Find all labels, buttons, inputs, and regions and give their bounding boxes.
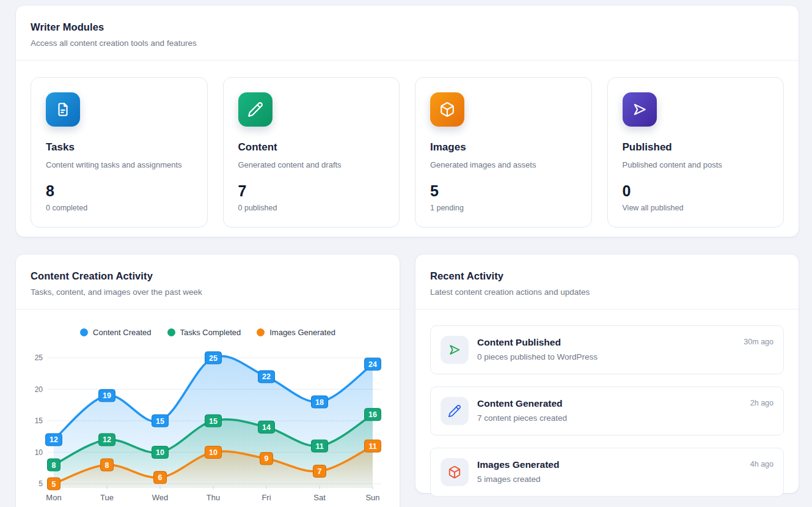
activity-item-content-generated[interactable]: Content Generated 7 content pieces creat…	[430, 387, 784, 435]
activity-description: 7 content pieces created	[477, 413, 750, 423]
module-card-content[interactable]: Content Generated content and drafts 7 0…	[223, 77, 400, 228]
card-count: 0	[623, 182, 769, 200]
writer-modules-header: Writer Modules Access all content creati…	[16, 6, 799, 60]
svg-text:18: 18	[315, 398, 324, 407]
svg-text:8: 8	[52, 461, 56, 470]
legend-dot-icon	[167, 328, 175, 336]
svg-text:7: 7	[318, 467, 322, 476]
svg-text:20: 20	[35, 385, 43, 394]
svg-text:Fri: Fri	[262, 493, 271, 502]
cube-icon	[430, 92, 464, 127]
svg-text:24: 24	[368, 360, 377, 369]
svg-text:15: 15	[209, 417, 218, 426]
activity-title: Content Published	[477, 337, 744, 348]
legend-label: Images Generated	[269, 328, 335, 337]
svg-text:8: 8	[105, 461, 109, 470]
card-sub-label: 0 completed	[46, 204, 192, 212]
legend-dot-icon	[257, 328, 265, 336]
svg-text:15: 15	[156, 417, 164, 426]
card-sub-label: 0 published	[238, 204, 385, 212]
svg-text:10: 10	[156, 448, 164, 457]
svg-text:11: 11	[315, 442, 323, 451]
card-description: Content writing tasks and assignments	[46, 160, 192, 169]
module-cards-row: Tasks Content writing tasks and assignme…	[16, 61, 799, 244]
activity-timestamp: 2h ago	[750, 399, 774, 407]
svg-text:Sat: Sat	[313, 493, 326, 502]
recent-activity-panel: Recent Activity Latest content creation …	[415, 254, 799, 494]
svg-text:19: 19	[103, 391, 111, 400]
pencil-icon	[441, 397, 469, 425]
activity-list: Content Published 0 pieces published to …	[415, 309, 799, 507]
legend-item[interactable]: Content Created	[80, 328, 151, 337]
card-title: Tasks	[46, 141, 192, 154]
svg-text:22: 22	[262, 372, 271, 381]
divider	[16, 309, 400, 309]
card-description: Generated images and assets	[430, 160, 577, 169]
legend-item[interactable]: Tasks Completed	[167, 328, 241, 337]
writer-modules-title: Writer Modules	[31, 21, 784, 33]
svg-text:12: 12	[103, 435, 111, 444]
activity-text: Content Published 0 pieces published to …	[477, 336, 744, 361]
dashboard-page: { "writer_modules": { "title": "Writer M…	[0, 0, 812, 507]
recent-activity-header: Recent Activity Latest content creation …	[415, 254, 799, 309]
module-card-published[interactable]: Published Published content and posts 0 …	[607, 77, 785, 228]
recent-activity-title: Recent Activity	[430, 270, 784, 282]
send-icon	[441, 336, 469, 364]
svg-text:Sun: Sun	[365, 493, 379, 502]
card-description: Published content and posts	[623, 160, 769, 169]
legend-label: Tasks Completed	[180, 328, 241, 337]
card-sub-label: 1 pending	[430, 204, 577, 212]
activity-line-chart[interactable]: 252015105MonTueWedThuFriSatSun1219152522…	[16, 350, 400, 507]
svg-text:15: 15	[35, 416, 43, 425]
svg-text:11: 11	[368, 442, 376, 451]
module-card-tasks[interactable]: Tasks Content writing tasks and assignme…	[31, 77, 208, 228]
svg-text:16: 16	[368, 410, 377, 419]
send-icon	[623, 92, 657, 127]
svg-text:6: 6	[158, 473, 163, 482]
legend-dot-icon	[80, 328, 88, 336]
svg-text:10: 10	[35, 448, 43, 457]
content-creation-activity-panel: Content Creation Activity Tasks, content…	[15, 254, 400, 507]
chart-panel-title: Content Creation Activity	[31, 270, 385, 282]
activity-description: 0 pieces published to WordPress	[477, 352, 744, 361]
card-count: 5	[430, 182, 577, 200]
module-card-images[interactable]: Images Generated images and assets 5 1 p…	[415, 77, 592, 228]
svg-text:9: 9	[265, 454, 269, 463]
legend-label: Content Created	[93, 328, 151, 337]
card-sub-label: View all published	[623, 204, 769, 212]
card-title: Images	[430, 141, 577, 154]
svg-text:Mon: Mon	[46, 493, 61, 502]
recent-activity-subtitle: Latest content creation actions and upda…	[430, 287, 784, 297]
svg-text:5: 5	[38, 479, 43, 488]
card-count: 8	[46, 182, 192, 200]
chart-panel-subtitle: Tasks, content, and images over the past…	[31, 287, 385, 297]
svg-text:Tue: Tue	[100, 493, 114, 502]
legend-item[interactable]: Images Generated	[257, 328, 335, 337]
svg-text:Wed: Wed	[152, 493, 169, 502]
activity-item-content-published[interactable]: Content Published 0 pieces published to …	[430, 325, 784, 374]
activity-title: Content Generated	[477, 398, 750, 409]
chart-panel-header: Content Creation Activity Tasks, content…	[16, 254, 400, 309]
activity-item-images-generated[interactable]: Images Generated 5 images created 4h ago	[430, 448, 784, 497]
writer-modules-subtitle: Access all content creation tools and fe…	[31, 39, 784, 48]
chart-legend: Content CreatedTasks CompletedImages Gen…	[16, 328, 400, 337]
activity-timestamp: 4h ago	[750, 460, 774, 468]
cube-icon	[441, 458, 469, 486]
svg-text:25: 25	[35, 353, 43, 362]
svg-text:14: 14	[262, 423, 271, 432]
card-description: Generated content and drafts	[238, 160, 385, 169]
svg-text:25: 25	[209, 354, 218, 363]
writer-modules-panel: Writer Modules Access all content creati…	[15, 5, 799, 237]
svg-text:5: 5	[52, 480, 56, 489]
activity-timestamp: 30m ago	[744, 338, 774, 346]
svg-text:12: 12	[49, 435, 58, 444]
svg-text:Thu: Thu	[207, 493, 220, 502]
card-count: 7	[238, 182, 385, 200]
svg-text:10: 10	[209, 448, 218, 457]
card-title: Content	[238, 141, 385, 154]
activity-text: Content Generated 7 content pieces creat…	[477, 397, 750, 423]
activity-description: 5 images created	[477, 475, 750, 484]
activity-text: Images Generated 5 images created	[477, 458, 750, 484]
pencil-icon	[238, 92, 272, 127]
activity-title: Images Generated	[477, 459, 750, 470]
